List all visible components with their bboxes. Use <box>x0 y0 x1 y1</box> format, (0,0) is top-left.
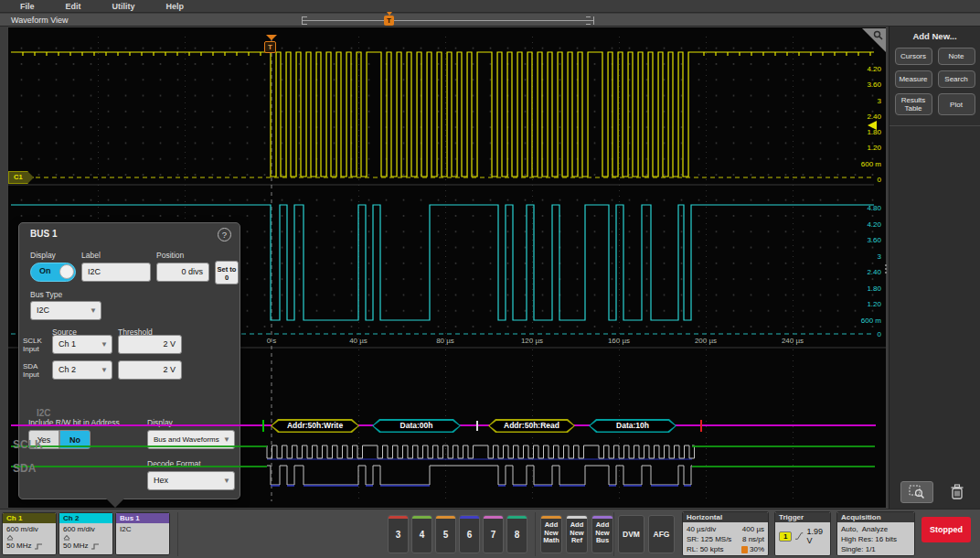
scale-label: 600 m <box>834 317 881 325</box>
results-table-button[interactable]: Results Table <box>895 93 932 115</box>
pan-overview-bar[interactable] <box>302 16 594 25</box>
plot-button[interactable]: Plot <box>938 93 975 115</box>
bus-label-input[interactable]: I2C <box>81 263 151 282</box>
channel-button-4[interactable]: 4 <box>411 515 432 553</box>
trigger-panel[interactable]: Trigger 1 1.99 V <box>774 511 831 556</box>
sidebar: Add New... Cursors Note Measure Search R… <box>889 27 980 509</box>
position-label: Position <box>156 251 184 260</box>
bottombar-divider <box>535 512 536 556</box>
zoom-select-button[interactable] <box>900 481 933 503</box>
bottombar-divider <box>613 512 614 556</box>
sda-source-dropdown[interactable]: Ch 2▼ <box>52 360 112 380</box>
bandwidth-icon <box>91 543 99 550</box>
cursors-button[interactable]: Cursors <box>895 48 932 65</box>
probe-icon <box>6 533 56 542</box>
afg-button[interactable]: AFG <box>648 515 675 553</box>
bandwidth-icon <box>35 543 42 550</box>
view-header: Waveform View T <box>0 14 980 27</box>
menu-edit[interactable]: Edit <box>66 2 81 11</box>
scale-label: 4.80 <box>834 204 881 212</box>
scale-label: 1.20 <box>834 144 881 152</box>
menu-help[interactable]: Help <box>166 2 185 11</box>
magnifier-icon <box>873 30 883 40</box>
bus-type-label: Bus Type <box>30 290 62 299</box>
bottom-bar: Ch 1 600 m/div 50 MHz Ch 2 600 m/div 50 … <box>0 509 980 558</box>
view-title: Waveform View <box>11 16 69 25</box>
horizontal-panel[interactable]: Horizontal 40 µs/div400 µs SR: 125 MS/s8… <box>682 511 769 556</box>
bus-decode-addr: Addr:50h:Write <box>271 419 359 433</box>
graticule-line <box>793 37 794 499</box>
add-new-ref-button[interactable]: Add New Ref <box>566 515 588 553</box>
scale-label: 1.80 <box>834 284 881 293</box>
bus-config-dialog: BUS 1 ? Display Label Position On I2C 0 … <box>18 222 240 499</box>
channel-button-6[interactable]: 6 <box>459 515 480 553</box>
sclk-input-label: SCLK Input <box>23 337 50 353</box>
time-axis-label: 40 µs <box>336 337 381 345</box>
bus1-badge-header: Bus 1 <box>116 513 169 523</box>
bus1-type: I2C <box>120 525 169 533</box>
chevron-down-icon: ▼ <box>101 361 108 379</box>
time-axis-label: 200 µs <box>683 337 729 345</box>
channel-button-8[interactable]: 8 <box>506 515 527 553</box>
sclk-source-dropdown[interactable]: Ch 1▼ <box>52 335 112 354</box>
trash-button[interactable] <box>945 481 969 503</box>
ch2-scale: 600 m/div <box>63 525 112 533</box>
ch1-badge[interactable]: Ch 1 600 m/div 50 MHz <box>2 512 57 555</box>
menu-utility[interactable]: Utility <box>112 2 135 11</box>
ch1-badge-header: Ch 1 <box>3 513 56 523</box>
bus1-badge[interactable]: Bus 1 I2C <box>115 512 170 555</box>
search-button[interactable]: Search <box>938 70 975 88</box>
zoom-corner-icon[interactable] <box>862 28 886 52</box>
chevron-down-icon: ▼ <box>101 336 108 353</box>
time-axis-label: 80 µs <box>422 337 468 345</box>
trigger-level: 1.99 V <box>807 527 826 545</box>
toggle-on-label: On <box>39 266 51 275</box>
scale-label: 600 m <box>834 160 881 168</box>
set-to-zero-button[interactable]: Set to 0 <box>215 261 239 284</box>
oscilloscope-app: File Edit Utility Help Waveform View T 4… <box>0 0 980 558</box>
bus-decode-data: Data:00h <box>372 419 461 433</box>
scale-label: 0 <box>834 330 881 338</box>
dialog-title: BUS 1 <box>30 229 57 239</box>
ch2-bandwidth: 50 MHz <box>63 542 89 551</box>
trigger-title: Trigger <box>775 512 830 522</box>
add-new-math-button[interactable]: Add New Math <box>540 515 562 553</box>
channel-button-7[interactable]: 7 <box>483 515 504 553</box>
dvm-button[interactable]: DVM <box>618 515 644 553</box>
position-input[interactable]: 0 divs <box>156 263 209 282</box>
add-new-title: Add New... <box>889 31 980 41</box>
trigger-level-arrow[interactable] <box>868 121 877 130</box>
ch2-badge[interactable]: Ch 2 600 m/div 50 MHz <box>59 512 113 555</box>
stopped-button[interactable]: Stopped <box>921 517 971 542</box>
measure-button[interactable]: Measure <box>895 70 932 88</box>
graticule-dots-ch1 <box>9 40 874 179</box>
i2c-start-tick <box>262 420 264 432</box>
bus-name-label: I2C <box>37 408 51 418</box>
i2c-restart-tick <box>476 421 478 431</box>
sclk-idle-high-line-right <box>692 445 875 447</box>
horizontal-title: Horizontal <box>683 512 768 522</box>
horizontal-position-icon <box>741 546 748 553</box>
bus-type-dropdown[interactable]: I2C▼ <box>30 301 101 320</box>
channel-button-3[interactable]: 3 <box>388 515 409 553</box>
acquisition-panel[interactable]: Acquisition Auto, Analyze High Res: 16 b… <box>836 511 915 556</box>
overview-trigger-marker[interactable]: T <box>384 16 394 26</box>
note-button[interactable]: Note <box>938 48 975 65</box>
display-toggle[interactable]: On <box>30 263 76 282</box>
zoom-area-icon <box>909 485 925 499</box>
menu-file[interactable]: File <box>20 2 35 11</box>
add-new-bus-button[interactable]: Add New Bus <box>591 515 613 553</box>
scale-label: 2.40 <box>834 268 881 276</box>
rising-edge-icon <box>795 531 803 541</box>
bus-decode-data: Data:10h <box>589 419 676 433</box>
trash-icon <box>950 484 964 500</box>
sclk-row-label: SCLK <box>13 438 43 451</box>
decode-format-dropdown[interactable]: Hex▼ <box>147 471 235 490</box>
sda-threshold-input[interactable]: 2 V <box>118 360 182 380</box>
label-label: Label <box>81 251 101 260</box>
sclk-threshold-input[interactable]: 2 V <box>118 335 182 354</box>
help-icon[interactable]: ? <box>218 228 231 241</box>
trigger-position-marker[interactable]: T <box>264 35 277 53</box>
channel-button-5[interactable]: 5 <box>435 515 456 553</box>
chevron-down-icon: ▼ <box>90 302 97 319</box>
